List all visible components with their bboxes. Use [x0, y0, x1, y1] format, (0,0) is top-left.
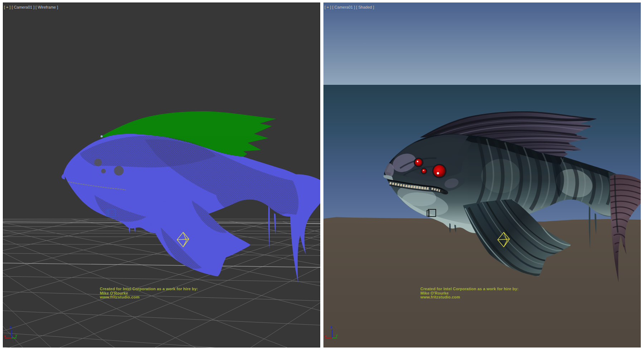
svg-text:x: x	[325, 334, 326, 338]
svg-text:www.fritzstudio.com: www.fritzstudio.com	[99, 295, 140, 299]
svg-text:z: z	[10, 325, 12, 329]
svg-text:Mike O'Rourke: Mike O'Rourke	[420, 291, 449, 295]
svg-text:Created for Intel Corporation: Created for Intel Corporation as a work …	[100, 287, 198, 291]
svg-text:x: x	[4, 334, 6, 338]
svg-text:[ + ] [ Camera01 ] [ Shaded ]: [ + ] [ Camera01 ] [ Shaded ]	[325, 5, 374, 9]
svg-text:y: y	[15, 334, 17, 337]
svg-text:Mike O'Rourke: Mike O'Rourke	[100, 291, 128, 295]
svg-text:www.fritzstudio.com: www.fritzstudio.com	[420, 295, 460, 299]
svg-text:y: y	[336, 334, 338, 337]
svg-text:Created for Intel Corporation: Created for Intel Corporation as a work …	[420, 287, 518, 291]
svg-text:[ + ] [ Camera01 ] [ Wireframe: [ + ] [ Camera01 ] [ Wireframe ]	[4, 5, 58, 9]
svg-text:z: z	[331, 325, 332, 329]
